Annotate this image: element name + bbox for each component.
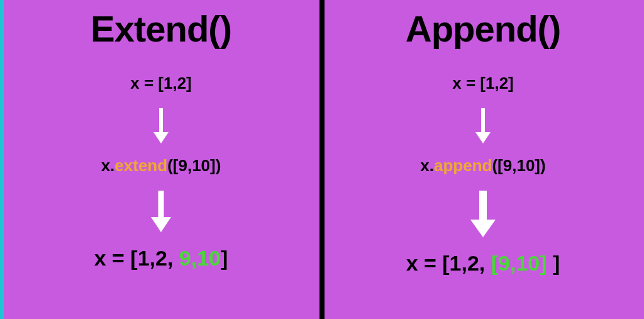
arrow-down-icon — [469, 189, 497, 238]
call-args: ([9,10]) — [167, 156, 221, 175]
result-suffix: ] — [547, 251, 560, 275]
append-result-code: x = [1,2, [9,10] ] — [406, 251, 560, 276]
call-object: x. — [420, 156, 434, 175]
extend-initial-code: x = [1,2] — [130, 74, 192, 93]
left-edge-accent — [0, 0, 4, 319]
call-method: append — [434, 156, 492, 175]
call-method: extend — [114, 156, 167, 175]
arrow-down-icon — [150, 189, 172, 233]
arrow-down-icon — [152, 107, 170, 145]
append-call-code: x.append([9,10]) — [420, 156, 545, 176]
extend-panel: Extend() x = [1,2] x.extend([9,10]) x = … — [0, 0, 322, 319]
svg-marker-5 — [475, 132, 491, 143]
extend-call-code: x.extend([9,10]) — [101, 156, 221, 176]
call-object: x. — [101, 156, 115, 175]
center-divider — [319, 0, 325, 319]
call-args: ([9,10]) — [492, 156, 545, 175]
append-panel: Append() x = [1,2] x.append([9,10]) x = … — [322, 0, 644, 319]
result-added: 9,10 — [179, 246, 221, 270]
svg-marker-3 — [151, 217, 171, 232]
result-suffix: ] — [221, 246, 228, 270]
extend-result-code: x = [1,2, 9,10] — [94, 246, 228, 271]
append-initial-code: x = [1,2] — [452, 74, 514, 93]
result-added: [9,10] — [491, 251, 547, 275]
extend-title: Extend() — [91, 8, 231, 50]
svg-marker-1 — [153, 132, 169, 143]
append-title: Append() — [406, 8, 561, 50]
result-prefix: x = [1,2, — [94, 246, 179, 270]
svg-marker-7 — [470, 220, 496, 237]
arrow-down-icon — [474, 107, 492, 145]
result-prefix: x = [1,2, — [406, 251, 491, 275]
